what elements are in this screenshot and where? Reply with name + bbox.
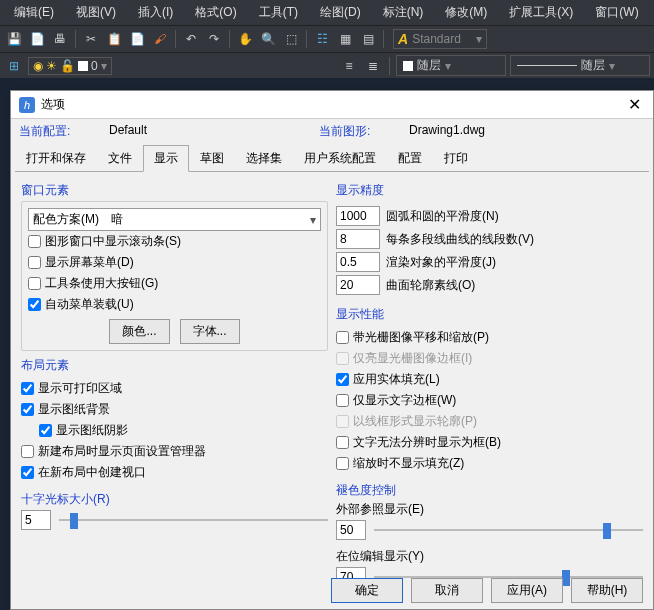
fonts-button[interactable]: 字体... (180, 319, 240, 344)
text-style-name: Standard (412, 32, 472, 46)
menu-extend[interactable]: 扩展工具(X) (499, 2, 583, 23)
cb-screenmenu[interactable]: 显示屏幕菜单(D) (28, 252, 321, 273)
color-bylayer-value: 随层 (417, 57, 441, 74)
layout-elements-group: 显示可打印区域 显示图纸背景 显示图纸阴影 新建布局时显示页面设置管理器 在新布… (21, 376, 328, 485)
paste-icon[interactable]: 📄 (127, 29, 147, 49)
close-icon[interactable]: ✕ (624, 95, 645, 114)
tab-files[interactable]: 文件 (97, 145, 143, 172)
segments-input[interactable] (336, 229, 380, 249)
dialog-button-row: 确定 取消 应用(A) 帮助(H) (331, 578, 643, 603)
cb-scale-nofill[interactable]: 缩放时不显示填充(Z) (336, 453, 643, 474)
cb-text-frame[interactable]: 仅显示文字边框(W) (336, 390, 643, 411)
profile-row: 当前配置: Default 当前图形: Drawing1.dwg (11, 119, 653, 144)
app-icon: h (19, 97, 35, 113)
window-elements-group: 配色方案(M) 暗 ▾ 图形窗口中显示滚动条(S) 显示屏幕菜单(D) 工具条使… (21, 201, 328, 351)
menu-window[interactable]: 窗口(W) (585, 2, 648, 23)
save-icon[interactable]: 💾 (4, 29, 24, 49)
crosshair-slider[interactable] (59, 511, 328, 529)
layer-states-icon[interactable]: ≣ (363, 56, 383, 76)
options-dialog: h 选项 ✕ 当前配置: Default 当前图形: Drawing1.dwg … (10, 90, 654, 610)
zoom-icon[interactable]: 🔍 (258, 29, 278, 49)
properties-icon[interactable]: ☷ (312, 29, 332, 49)
crosshair-input[interactable] (21, 510, 51, 530)
layer-combo[interactable]: ◉ ☀ 🔓 0 ▾ (28, 57, 112, 75)
menu-dimension[interactable]: 标注(N) (373, 2, 434, 23)
inplace-fade-label: 在位编辑显示(Y) (336, 548, 643, 565)
tab-user-preferences[interactable]: 用户系统配置 (293, 145, 387, 172)
layer-manager-icon[interactable]: ≡ (339, 56, 359, 76)
tab-content: 窗口元素 配色方案(M) 暗 ▾ 图形窗口中显示滚动条(S) 显示屏幕菜单(D)… (11, 172, 653, 572)
cb-create-viewport[interactable]: 在新布局中创建视口 (21, 462, 328, 483)
contour-lines-label: 曲面轮廓素线(O) (386, 277, 475, 294)
xref-fade-input[interactable] (336, 520, 366, 540)
help-button[interactable]: 帮助(H) (571, 578, 643, 603)
xref-fade-slider[interactable] (374, 521, 643, 539)
cb-solid-fill[interactable]: 应用实体填充(L) (336, 369, 643, 390)
cb-page-setup[interactable]: 新建布局时显示页面设置管理器 (21, 441, 328, 462)
text-style-combo[interactable]: A Standard ▾ (393, 29, 487, 49)
slider-thumb[interactable] (70, 513, 78, 529)
cb-truetype-box[interactable]: 文字无法分辨时显示为框(B) (336, 432, 643, 453)
redo-icon[interactable]: ↷ (204, 29, 224, 49)
tab-display[interactable]: 显示 (143, 145, 189, 172)
linetype-combo[interactable]: 随层 ▾ (510, 55, 650, 76)
ok-button[interactable]: 确定 (331, 578, 403, 603)
toolbar-sep (389, 57, 390, 75)
current-profile-label: 当前配置: (19, 123, 109, 140)
arc-smoothness-input[interactable] (336, 206, 380, 226)
cb-autoload[interactable]: 自动菜单装载(U) (28, 294, 321, 315)
cancel-button[interactable]: 取消 (411, 578, 483, 603)
cb-pagesetup-label: 新建布局时显示页面设置管理器 (38, 443, 206, 460)
current-profile-value: Default (109, 123, 319, 140)
render-smoothness-input[interactable] (336, 252, 380, 272)
text-style-icon: A (398, 31, 408, 47)
colors-button[interactable]: 颜色... (109, 319, 169, 344)
tab-open-save[interactable]: 打开和保存 (15, 145, 97, 172)
cb-truetype-label: 文字无法分辨时显示为框(B) (353, 434, 501, 451)
layer-previous-icon[interactable]: ⊞ (4, 56, 24, 76)
undo-icon[interactable]: ↶ (181, 29, 201, 49)
cb-pan-zoom-raster[interactable]: 带光栅图像平移和缩放(P) (336, 327, 643, 348)
xref-slider-row (336, 520, 643, 540)
tab-profiles[interactable]: 配置 (387, 145, 433, 172)
display-performance-group: 带光栅图像平移和缩放(P) 仅亮显光栅图像边框(I) 应用实体填充(L) 仅显示… (336, 325, 643, 476)
menu-modify[interactable]: 修改(M) (435, 2, 497, 23)
menu-tools[interactable]: 工具(T) (249, 2, 308, 23)
contour-lines-input[interactable] (336, 275, 380, 295)
print-icon[interactable]: 🖶 (50, 29, 70, 49)
toolbar-sep (75, 30, 76, 48)
render-smoothness-label: 渲染对象的平滑度(J) (386, 254, 496, 271)
segments-label: 每条多段线曲线的线段数(V) (386, 231, 534, 248)
zoom-window-icon[interactable]: ⬚ (281, 29, 301, 49)
cb-largebuttons[interactable]: 工具条使用大按钮(G) (28, 273, 321, 294)
saveas-icon[interactable]: 📄 (27, 29, 47, 49)
tab-plot[interactable]: 打印 (433, 145, 479, 172)
menu-insert[interactable]: 插入(I) (128, 2, 183, 23)
menu-view[interactable]: 视图(V) (66, 2, 126, 23)
matchprop-icon[interactable]: 🖌 (150, 29, 170, 49)
cb-scrollbars[interactable]: 图形窗口中显示滚动条(S) (28, 231, 321, 252)
cb-paper-bg[interactable]: 显示图纸背景 (21, 399, 328, 420)
copy-icon[interactable]: 📋 (104, 29, 124, 49)
dialog-title: 选项 (41, 96, 624, 113)
menu-edit[interactable]: 编辑(E) (4, 2, 64, 23)
cut-icon[interactable]: ✂ (81, 29, 101, 49)
tool-palette-icon[interactable]: ▤ (358, 29, 378, 49)
slider-thumb[interactable] (603, 523, 611, 539)
pan-icon[interactable]: ✋ (235, 29, 255, 49)
design-center-icon[interactable]: ▦ (335, 29, 355, 49)
color-scheme-combo[interactable]: 配色方案(M) 暗 ▾ (28, 208, 321, 231)
color-bylayer-combo[interactable]: 随层 ▾ (396, 55, 506, 76)
menu-draw[interactable]: 绘图(D) (310, 2, 371, 23)
cb-paper-shadow[interactable]: 显示图纸阴影 (21, 420, 328, 441)
toolbar-sep (383, 30, 384, 48)
menu-format[interactable]: 格式(O) (185, 2, 246, 23)
tab-drafting[interactable]: 草图 (189, 145, 235, 172)
apply-button[interactable]: 应用(A) (491, 578, 563, 603)
crosshair-slider-row (21, 510, 328, 530)
cb-screenmenu-label: 显示屏幕菜单(D) (45, 254, 134, 271)
main-toolbar: 💾 📄 🖶 ✂ 📋 📄 🖌 ↶ ↷ ✋ 🔍 ⬚ ☷ ▦ ▤ A Standard… (0, 25, 654, 52)
tab-selection[interactable]: 选择集 (235, 145, 293, 172)
toolbar-sep (306, 30, 307, 48)
cb-printable-area[interactable]: 显示可打印区域 (21, 378, 328, 399)
